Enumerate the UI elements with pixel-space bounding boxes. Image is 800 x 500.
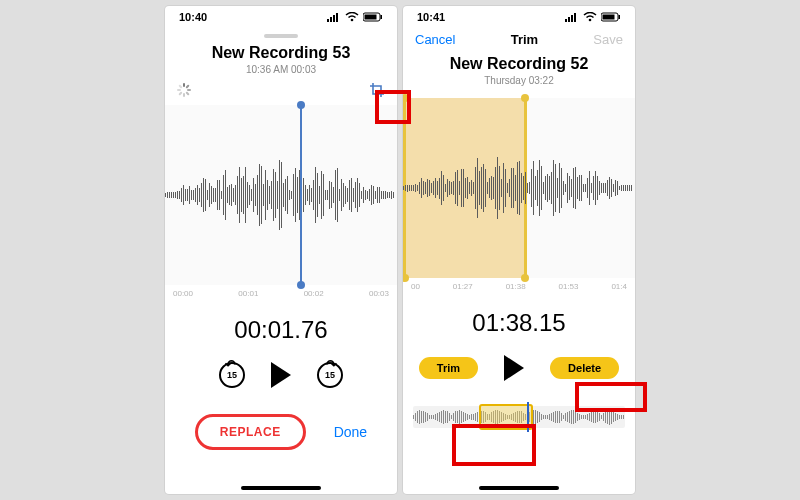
play-button[interactable] [504, 355, 524, 381]
battery-icon [601, 12, 621, 22]
wifi-icon [583, 12, 597, 22]
svg-rect-2 [333, 15, 335, 22]
svg-rect-8 [565, 19, 567, 22]
svg-rect-7 [381, 15, 383, 19]
done-button[interactable]: Done [334, 424, 367, 440]
enhance-processing-icon [177, 83, 191, 97]
replace-button[interactable]: REPLACE [195, 414, 306, 450]
trim-scrubber[interactable] [413, 399, 625, 435]
screen-trim-recording: 10:41 Cancel Trim Save New Recording 52 … [403, 6, 635, 494]
play-button[interactable] [271, 362, 291, 388]
svg-rect-14 [603, 15, 615, 20]
svg-point-12 [589, 19, 592, 22]
nav-bar: Cancel Trim Save [403, 28, 635, 51]
save-button: Save [593, 32, 623, 47]
trim-crop-button[interactable] [369, 82, 385, 98]
home-indicator[interactable] [241, 486, 321, 490]
battery-icon [363, 12, 383, 22]
trim-button[interactable]: Trim [419, 357, 478, 379]
svg-rect-10 [571, 15, 573, 22]
svg-rect-0 [327, 19, 329, 22]
scrubber-selection[interactable] [479, 404, 533, 430]
skip-back-button[interactable]: ↶15 [219, 362, 245, 388]
recording-title[interactable]: New Recording 53 [165, 44, 397, 62]
playhead[interactable] [300, 105, 302, 285]
recording-subtitle: Thursday 03:22 [403, 75, 635, 86]
svg-rect-1 [330, 17, 332, 22]
status-bar: 10:41 [403, 6, 635, 28]
svg-point-4 [351, 19, 354, 22]
svg-rect-9 [568, 17, 570, 22]
status-time: 10:41 [417, 11, 445, 23]
screen-edit-recording: 10:40 New Recording 53 10:36 AM 00:03 [165, 6, 397, 494]
status-time: 10:40 [179, 11, 207, 23]
current-time: 01:38.15 [403, 309, 635, 337]
signal-icon [327, 13, 341, 22]
time-ticks: 00:0000:0100:0200:03 [165, 285, 397, 298]
status-bar: 10:40 [165, 6, 397, 28]
recording-title[interactable]: New Recording 52 [403, 55, 635, 73]
svg-rect-6 [365, 15, 377, 20]
recording-subtitle: 10:36 AM 00:03 [165, 64, 397, 75]
svg-rect-3 [336, 13, 338, 22]
svg-rect-15 [619, 15, 621, 19]
delete-button[interactable]: Delete [550, 357, 619, 379]
current-time: 00:01.76 [165, 316, 397, 344]
home-indicator[interactable] [479, 486, 559, 490]
skip-forward-button[interactable]: ↷15 [317, 362, 343, 388]
time-ticks: 0001:2701:3801:5301:4 [403, 278, 635, 291]
waveform-area[interactable] [165, 105, 397, 285]
scrubber-playhead[interactable] [527, 402, 529, 432]
nav-title: Trim [511, 32, 538, 47]
waveform-area[interactable] [403, 98, 635, 278]
svg-rect-11 [574, 13, 576, 22]
signal-icon [565, 13, 579, 22]
drag-handle[interactable] [264, 34, 298, 38]
cancel-button[interactable]: Cancel [415, 32, 455, 47]
wifi-icon [345, 12, 359, 22]
